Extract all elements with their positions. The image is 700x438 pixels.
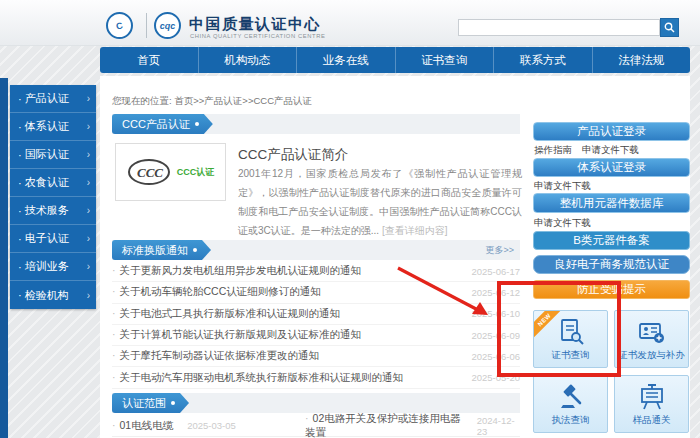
section-label: 认证范围 bbox=[112, 393, 189, 413]
notice-row: 关于电动汽车用驱动电机系统执行新版标准和认证规则的通知2025-05-20 bbox=[112, 367, 520, 388]
b-class-component-button[interactable]: B类元器件备案 bbox=[533, 231, 690, 250]
sidebar-item-training[interactable]: ·培训业务› bbox=[10, 253, 96, 281]
notice-link[interactable]: 关于机动车辆轮胎CCC认证细则修订的通知 bbox=[112, 285, 321, 299]
nav-item-contact[interactable]: 联系方式 bbox=[494, 47, 593, 73]
bullet-icon: · bbox=[18, 261, 22, 273]
chevron-right-icon: › bbox=[87, 290, 90, 301]
search-icon bbox=[664, 22, 675, 33]
dot-icon bbox=[171, 401, 175, 405]
gavel-icon bbox=[557, 383, 585, 411]
scope-link[interactable]: 01电线电缆 bbox=[112, 419, 173, 433]
dot-icon bbox=[195, 122, 199, 126]
nav-item-news[interactable]: 机构动态 bbox=[199, 47, 298, 73]
more-link[interactable]: 更多>> bbox=[485, 244, 514, 257]
breadcrumb: 您现在的位置: 首页>>产品认证>>CCC产品认证 bbox=[112, 95, 312, 108]
section-header-notices: 标准换版通知 更多>> bbox=[112, 240, 520, 260]
notice-list: 关于更新风力发电机组用异步发电机认证规则的通知2025-06-17 关于机动车辆… bbox=[112, 261, 520, 389]
section-header-scope: 认证范围 bbox=[112, 393, 520, 413]
notice-row: 关于摩托车制动器认证依据标准更改的通知2025-06-06 bbox=[112, 346, 520, 367]
tile-enforcement-query[interactable]: 执法查询 bbox=[533, 375, 608, 433]
section-label: CCC产品认证 bbox=[112, 114, 213, 134]
tile-label: 证书发放与补办 bbox=[618, 349, 685, 362]
sidebar-item-intl-cert[interactable]: ·国际认证› bbox=[10, 141, 96, 169]
sidebar-item-system-cert[interactable]: ·体系认证› bbox=[10, 113, 96, 141]
section-label: 标准换版通知 bbox=[112, 240, 211, 260]
section-header-ccc: CCC产品认证 bbox=[112, 114, 520, 134]
left-edge-strip bbox=[0, 78, 8, 438]
chevron-right-icon: › bbox=[87, 149, 90, 160]
nav-item-cert-query[interactable]: 证书查询 bbox=[396, 47, 495, 73]
bullet-icon: · bbox=[18, 205, 22, 217]
chevron-right-icon: › bbox=[87, 261, 90, 272]
ccc-mark-label: CCC认证 bbox=[177, 166, 215, 179]
chevron-right-icon: › bbox=[87, 121, 90, 132]
read-more-link[interactable]: [查看详细内容] bbox=[382, 225, 448, 236]
svg-text:CCC: CCC bbox=[137, 165, 163, 180]
operation-guide-link[interactable]: 操作指南 bbox=[534, 144, 572, 157]
notice-link[interactable]: 关于计算机节能认证执行新版规则及认证标准的通知 bbox=[112, 328, 361, 342]
dot-icon bbox=[193, 248, 197, 252]
notice-row: 关于计算机节能认证执行新版规则及认证标准的通知2025-06-09 bbox=[112, 325, 520, 346]
quick-links-row: 申请文件下载 bbox=[534, 217, 690, 230]
bullet-icon: · bbox=[18, 289, 22, 301]
application-download-link[interactable]: 申请文件下载 bbox=[534, 180, 591, 193]
application-download-link[interactable]: 申请文件下载 bbox=[582, 144, 639, 157]
cnca-logo-icon: C bbox=[106, 12, 133, 39]
tile-label: 执法查询 bbox=[552, 414, 590, 427]
search-button[interactable] bbox=[660, 18, 679, 37]
tile-label: 样品通关 bbox=[633, 414, 671, 427]
brand-title: 中国质量认证中心 bbox=[189, 15, 321, 34]
intro-title: CCC产品认证简介 bbox=[238, 146, 348, 164]
application-download-link[interactable]: 申请文件下载 bbox=[534, 217, 591, 230]
bullet-icon: · bbox=[18, 177, 22, 189]
sidebar-item-agrifood-cert[interactable]: ·农食认证› bbox=[10, 169, 96, 197]
notice-link[interactable]: 关于更新风力发电机组用异步发电机认证规则的通知 bbox=[112, 264, 361, 278]
notice-row: 关于更新风力发电机组用异步发电机认证规则的通知2025-06-17 bbox=[112, 261, 520, 282]
ccc-logo-icon: CCC bbox=[127, 158, 171, 186]
tile-sample-clearance[interactable]: 样品通关 bbox=[614, 375, 689, 433]
cqc-logo-icon: cqc bbox=[154, 12, 181, 39]
scope-date: 2024-12-23 bbox=[477, 415, 520, 437]
bullet-icon: · bbox=[18, 121, 22, 133]
product-cert-login-button[interactable]: 产品认证登录 bbox=[533, 122, 690, 141]
bullet-icon: · bbox=[18, 93, 22, 105]
component-database-button[interactable]: 整机用元器件数据库 bbox=[533, 193, 690, 213]
sidebar-item-ecert[interactable]: ·电子认证› bbox=[10, 225, 96, 253]
system-cert-login-button[interactable]: 体系认证登录 bbox=[533, 158, 690, 177]
notice-row: 关于电池式工具执行新版标准和认证规则的通知2025-06-10 bbox=[112, 304, 520, 325]
quick-links-row: 操作指南 申请文件下载 bbox=[534, 144, 690, 157]
quick-links-row: 申请文件下载 bbox=[534, 180, 690, 193]
sidebar-item-tech-service[interactable]: ·技术服务› bbox=[10, 197, 96, 225]
sidebar-item-inspection[interactable]: ·检验机构› bbox=[10, 281, 96, 309]
sidebar-menu: ·产品认证› ·体系认证› ·国际认证› ·农食认证› ·技术服务› ·电子认证… bbox=[10, 85, 96, 309]
main-nav: 首页 机构动态 业务在线 证书查询 联系方式 法律法规 bbox=[100, 47, 690, 73]
scope-item: 02电路开关及保护或连接用电器装置2024-12-23 bbox=[305, 412, 520, 438]
bullet-icon: · bbox=[18, 149, 22, 161]
chevron-right-icon: › bbox=[87, 205, 90, 216]
nav-item-online[interactable]: 业务在线 bbox=[297, 47, 396, 73]
certificate-card-icon bbox=[638, 318, 666, 346]
search-input[interactable] bbox=[458, 19, 660, 36]
notice-link[interactable]: 关于电动汽车用驱动电机系统执行新版标准和认证规则的通知 bbox=[112, 371, 403, 385]
nav-item-home[interactable]: 首页 bbox=[100, 47, 199, 73]
logo-divider bbox=[146, 13, 147, 38]
brand-subtitle: CHINA QUALITY CERTIFICATION CENTRE bbox=[190, 33, 325, 39]
notice-link[interactable]: 关于电池式工具执行新版标准和认证规则的通知 bbox=[112, 307, 340, 321]
chevron-right-icon: › bbox=[87, 177, 90, 188]
nav-item-law[interactable]: 法律法规 bbox=[593, 47, 691, 73]
tile-certificate-issue[interactable]: 证书发放与补办 bbox=[614, 310, 689, 368]
sample-board-icon bbox=[638, 383, 666, 411]
chevron-right-icon: › bbox=[87, 93, 90, 104]
ecommerce-cert-button[interactable]: 良好电子商务规范认证 bbox=[533, 255, 690, 274]
annotation-highlight-box bbox=[497, 281, 621, 377]
notice-row: 关于机动车辆轮胎CCC认证细则修订的通知2025-06-12 bbox=[112, 282, 520, 303]
notice-link[interactable]: 关于摩托车制动器认证依据标准更改的通知 bbox=[112, 349, 319, 363]
scope-link[interactable]: 02电路开关及保护或连接用电器装置 bbox=[305, 412, 463, 438]
sidebar-item-product-cert[interactable]: ·产品认证› bbox=[10, 85, 96, 113]
scope-list: 01电线电缆2025-03-05 02电路开关及保护或连接用电器装置2024-1… bbox=[112, 415, 520, 437]
intro-text: 2001年12月，国家质检总局发布了《强制性产品认证管理规定》，以强制性产品认证… bbox=[238, 164, 522, 240]
scope-date: 2025-03-05 bbox=[187, 420, 236, 431]
bullet-icon: · bbox=[18, 233, 22, 245]
ccc-mark-image: CCC CCC认证 bbox=[115, 143, 226, 201]
chevron-right-icon: › bbox=[87, 233, 90, 244]
